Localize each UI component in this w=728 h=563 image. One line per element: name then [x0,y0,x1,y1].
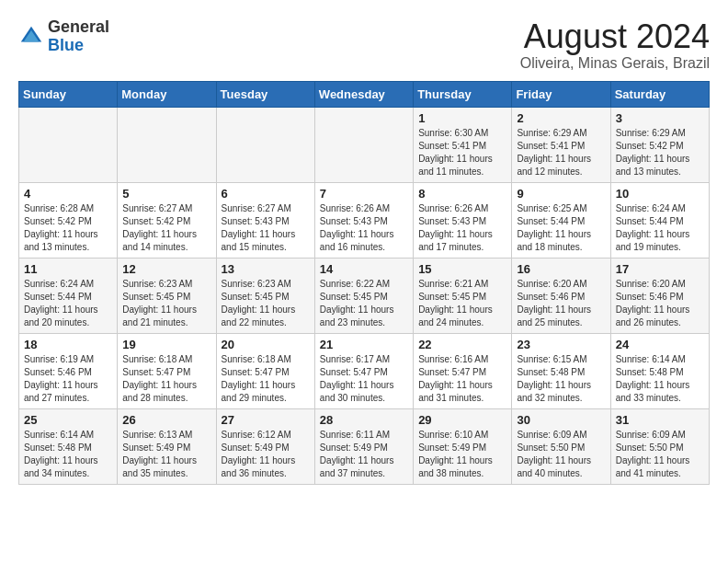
weekday-row: SundayMondayTuesdayWednesdayThursdayFrid… [19,81,710,107]
day-info: Sunrise: 6:21 AM Sunset: 5:45 PM Dayligh… [418,278,506,329]
day-number: 18 [24,338,112,351]
day-number: 13 [222,262,310,276]
calendar-cell: 19Sunrise: 6:18 AM Sunset: 5:47 PM Dayli… [118,333,216,408]
day-number: 6 [222,187,310,201]
day-number: 4 [24,187,112,201]
day-info: Sunrise: 6:28 AM Sunset: 5:42 PM Dayligh… [24,202,112,254]
calendar-table: SundayMondayTuesdayWednesdayThursdayFrid… [18,81,710,485]
calendar-cell: 27Sunrise: 6:12 AM Sunset: 5:49 PM Dayli… [216,408,314,484]
weekday-header: Friday [512,81,610,107]
weekday-header: Tuesday [216,81,314,107]
day-number: 23 [517,338,605,351]
day-number: 22 [418,338,506,351]
weekday-header: Wednesday [314,81,413,107]
calendar-cell: 31Sunrise: 6:09 AM Sunset: 5:50 PM Dayli… [610,408,709,484]
day-info: Sunrise: 6:19 AM Sunset: 5:46 PM Dayligh… [24,353,112,405]
day-number: 27 [222,413,310,427]
day-number: 14 [320,262,408,276]
calendar-cell: 2Sunrise: 6:29 AM Sunset: 5:41 PM Daylig… [512,107,610,182]
calendar-cell: 13Sunrise: 6:23 AM Sunset: 5:45 PM Dayli… [216,258,314,333]
day-number: 8 [418,187,506,201]
calendar-cell [118,107,216,182]
day-info: Sunrise: 6:22 AM Sunset: 5:45 PM Dayligh… [320,278,408,329]
calendar-cell [216,107,314,182]
calendar-cell: 22Sunrise: 6:16 AM Sunset: 5:47 PM Dayli… [414,333,512,408]
day-info: Sunrise: 6:18 AM Sunset: 5:47 PM Dayligh… [222,353,310,405]
day-number: 15 [418,262,506,276]
calendar-cell: 26Sunrise: 6:13 AM Sunset: 5:49 PM Dayli… [118,408,216,484]
logo-text: General Blue [48,18,109,55]
calendar-cell: 12Sunrise: 6:23 AM Sunset: 5:45 PM Dayli… [118,258,216,333]
day-number: 16 [517,262,605,276]
calendar-header: SundayMondayTuesdayWednesdayThursdayFrid… [19,81,710,107]
location: Oliveira, Minas Gerais, Brazil [520,55,710,72]
calendar-cell: 28Sunrise: 6:11 AM Sunset: 5:49 PM Dayli… [314,408,413,484]
day-number: 12 [122,262,210,276]
day-info: Sunrise: 6:27 AM Sunset: 5:43 PM Dayligh… [222,202,310,254]
page-header: General Blue August 2024 Oliveira, Minas… [18,18,710,72]
day-info: Sunrise: 6:24 AM Sunset: 5:44 PM Dayligh… [24,278,112,329]
day-number: 30 [517,413,605,427]
calendar-week-row: 25Sunrise: 6:14 AM Sunset: 5:48 PM Dayli… [19,408,710,484]
month-year: August 2024 [520,18,710,55]
day-number: 31 [616,413,704,427]
day-info: Sunrise: 6:10 AM Sunset: 5:49 PM Dayligh… [418,429,506,480]
title-block: August 2024 Oliveira, Minas Gerais, Braz… [520,18,710,72]
day-info: Sunrise: 6:29 AM Sunset: 5:41 PM Dayligh… [517,127,605,178]
calendar-cell [314,107,413,182]
day-number: 19 [122,338,210,351]
day-info: Sunrise: 6:15 AM Sunset: 5:48 PM Dayligh… [517,353,605,405]
calendar-cell: 24Sunrise: 6:14 AM Sunset: 5:48 PM Dayli… [610,333,709,408]
weekday-header: Monday [118,81,216,107]
calendar-cell: 7Sunrise: 6:26 AM Sunset: 5:43 PM Daylig… [314,182,413,258]
day-info: Sunrise: 6:16 AM Sunset: 5:47 PM Dayligh… [418,353,506,405]
day-info: Sunrise: 6:09 AM Sunset: 5:50 PM Dayligh… [616,429,704,480]
calendar-cell: 25Sunrise: 6:14 AM Sunset: 5:48 PM Dayli… [19,408,118,484]
calendar-cell: 30Sunrise: 6:09 AM Sunset: 5:50 PM Dayli… [512,408,610,484]
day-number: 28 [320,413,408,427]
calendar-cell: 4Sunrise: 6:28 AM Sunset: 5:42 PM Daylig… [19,182,118,258]
day-number: 17 [616,262,704,276]
calendar-cell: 6Sunrise: 6:27 AM Sunset: 5:43 PM Daylig… [216,182,314,258]
calendar-week-row: 4Sunrise: 6:28 AM Sunset: 5:42 PM Daylig… [19,182,710,258]
calendar-cell: 8Sunrise: 6:26 AM Sunset: 5:43 PM Daylig… [414,182,512,258]
calendar-cell: 14Sunrise: 6:22 AM Sunset: 5:45 PM Dayli… [314,258,413,333]
calendar-cell: 10Sunrise: 6:24 AM Sunset: 5:44 PM Dayli… [610,182,709,258]
day-info: Sunrise: 6:20 AM Sunset: 5:46 PM Dayligh… [517,278,605,329]
day-number: 1 [418,111,506,125]
day-info: Sunrise: 6:20 AM Sunset: 5:46 PM Dayligh… [616,278,704,329]
calendar-cell: 11Sunrise: 6:24 AM Sunset: 5:44 PM Dayli… [19,258,118,333]
day-number: 25 [24,413,112,427]
weekday-header: Saturday [610,81,709,107]
day-info: Sunrise: 6:25 AM Sunset: 5:44 PM Dayligh… [517,202,605,254]
day-number: 21 [320,338,408,351]
weekday-header: Thursday [414,81,512,107]
calendar-cell: 3Sunrise: 6:29 AM Sunset: 5:42 PM Daylig… [610,107,709,182]
weekday-header: Sunday [19,81,118,107]
day-number: 5 [122,187,210,201]
day-number: 11 [24,262,112,276]
logo-icon [18,24,44,50]
day-number: 24 [616,338,704,351]
calendar-week-row: 1Sunrise: 6:30 AM Sunset: 5:41 PM Daylig… [19,107,710,182]
calendar-cell: 21Sunrise: 6:17 AM Sunset: 5:47 PM Dayli… [314,333,413,408]
day-info: Sunrise: 6:29 AM Sunset: 5:42 PM Dayligh… [616,127,704,178]
day-info: Sunrise: 6:13 AM Sunset: 5:49 PM Dayligh… [122,429,210,480]
day-number: 2 [517,111,605,125]
day-info: Sunrise: 6:09 AM Sunset: 5:50 PM Dayligh… [517,429,605,480]
day-info: Sunrise: 6:17 AM Sunset: 5:47 PM Dayligh… [320,353,408,405]
calendar-cell: 1Sunrise: 6:30 AM Sunset: 5:41 PM Daylig… [414,107,512,182]
calendar-body: 1Sunrise: 6:30 AM Sunset: 5:41 PM Daylig… [19,107,710,484]
calendar-cell: 9Sunrise: 6:25 AM Sunset: 5:44 PM Daylig… [512,182,610,258]
day-info: Sunrise: 6:26 AM Sunset: 5:43 PM Dayligh… [320,202,408,254]
day-info: Sunrise: 6:23 AM Sunset: 5:45 PM Dayligh… [222,278,310,329]
day-info: Sunrise: 6:23 AM Sunset: 5:45 PM Dayligh… [122,278,210,329]
calendar-cell: 29Sunrise: 6:10 AM Sunset: 5:49 PM Dayli… [414,408,512,484]
logo: General Blue [18,18,109,55]
calendar-cell: 15Sunrise: 6:21 AM Sunset: 5:45 PM Dayli… [414,258,512,333]
day-info: Sunrise: 6:26 AM Sunset: 5:43 PM Dayligh… [418,202,506,254]
calendar-cell: 5Sunrise: 6:27 AM Sunset: 5:42 PM Daylig… [118,182,216,258]
calendar-week-row: 18Sunrise: 6:19 AM Sunset: 5:46 PM Dayli… [19,333,710,408]
calendar-week-row: 11Sunrise: 6:24 AM Sunset: 5:44 PM Dayli… [19,258,710,333]
day-info: Sunrise: 6:11 AM Sunset: 5:49 PM Dayligh… [320,429,408,480]
